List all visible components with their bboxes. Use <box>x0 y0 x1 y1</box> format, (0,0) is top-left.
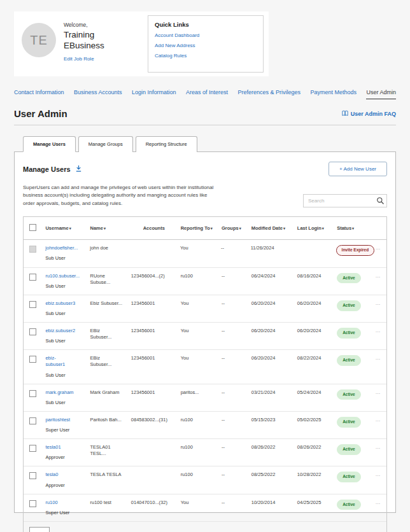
nav-user-admin[interactable]: User Admin <box>366 89 396 99</box>
status-badge: Active <box>337 444 361 455</box>
book-icon <box>342 110 348 118</box>
user-admin-faq-link[interactable]: User Admin FAQ <box>342 110 396 118</box>
row-actions-button[interactable]: … <box>376 417 386 424</box>
manage-users-heading: Manage Users <box>23 165 71 173</box>
account-name-line2: EBusiness <box>64 41 104 52</box>
row-checkbox[interactable] <box>29 301 36 308</box>
row-checkbox[interactable] <box>29 472 36 479</box>
account-name-line1: Training <box>64 30 104 41</box>
download-users-icon[interactable] <box>75 165 82 174</box>
header-status[interactable]: Status▾ <box>337 225 375 232</box>
row-checkbox[interactable] <box>29 356 36 363</box>
last-login-cell: 06/20/2024 <box>297 300 337 307</box>
username-link[interactable]: ru100.subuser... <box>45 273 86 279</box>
accounts-cell: 123456001 <box>131 355 181 361</box>
reporting-to-cell: ru100 <box>181 273 222 279</box>
row-checkbox[interactable] <box>29 328 36 335</box>
header-last-login[interactable]: Last Login▾ <box>297 225 337 232</box>
row-actions-button[interactable]: … <box>376 245 386 252</box>
header-name[interactable]: Name▾ <box>90 225 131 232</box>
user-role-label: Super User <box>45 427 86 433</box>
name-cell: TESLA01 TESL... <box>90 444 131 457</box>
reporting-to-cell: You <box>181 500 222 506</box>
nav-areas-of-interest[interactable]: Areas of Interest <box>186 89 228 99</box>
row-actions-button[interactable]: … <box>376 444 386 451</box>
row-checkbox[interactable] <box>29 390 36 397</box>
row-actions-button[interactable]: … <box>376 472 386 479</box>
table-footer: 10▼ 10 of 10 entries <box>24 522 386 532</box>
row-actions-button[interactable]: … <box>376 389 386 396</box>
nav-payment-methods[interactable]: Payment Methods <box>310 89 357 99</box>
last-login-cell: 05/24/2024 <box>297 389 337 396</box>
user-role-label: Sub User <box>45 255 86 262</box>
tab-manage-users[interactable]: Manage Users <box>23 136 76 152</box>
modified-date-cell: 06/20/2024 <box>251 355 297 361</box>
modified-date-cell: 06/24/2024 <box>251 273 297 279</box>
reporting-to-cell: paritos... <box>181 389 222 396</box>
row-checkbox[interactable] <box>29 445 36 452</box>
status-badge: Invite Expired <box>336 245 375 256</box>
reporting-to-cell: ru100 <box>181 444 222 451</box>
nav-preferences-privileges[interactable]: Preferences & Privileges <box>237 89 300 99</box>
name-cell: RUone Subuse... <box>90 273 131 286</box>
last-login-cell: 08/16/2024 <box>297 273 337 279</box>
username-link[interactable]: ebiz.subuser2 <box>45 328 86 334</box>
username-link[interactable]: tesla0 <box>45 472 86 478</box>
users-table: Username▾ Name▾ Accounts Reporting To▾ G… <box>23 216 387 532</box>
row-actions-button[interactable]: … <box>376 273 386 280</box>
row-actions-button[interactable]: … <box>376 500 386 507</box>
groups-cell: -- <box>222 417 251 423</box>
row-checkbox[interactable] <box>29 246 36 253</box>
edit-job-role-link[interactable]: Edit Job Role <box>64 56 94 62</box>
nav-business-accounts[interactable]: Business Accounts <box>74 89 122 99</box>
row-checkbox[interactable] <box>29 417 36 424</box>
page-size-select[interactable]: 10▼ <box>29 527 50 532</box>
reporting-to-cell: You <box>181 355 222 361</box>
tab-reporting-structure[interactable]: Reporting Structure <box>136 136 197 152</box>
table-row: ebiz.subuser2 Sub User EBiz Subuser... 1… <box>24 323 386 350</box>
header-username[interactable]: Username▾ <box>45 225 90 232</box>
accounts-cell: 014047010...(32) <box>131 500 181 506</box>
groups-cell: -- <box>222 500 251 506</box>
username-link[interactable]: johndoefisher... <box>45 245 86 251</box>
nav-contact-information[interactable]: Contact Information <box>14 89 64 99</box>
quick-link-catalog-rules[interactable]: Catalog Rules <box>155 53 257 59</box>
username-link[interactable]: tesla01 <box>45 444 86 451</box>
status-badge: Active <box>337 355 361 366</box>
search-icon[interactable] <box>376 196 385 207</box>
username-link[interactable]: paritoshtest <box>45 417 86 423</box>
table-row: ru100.subuser... Sub User RUone Subuse..… <box>24 268 386 295</box>
modified-date-cell: 08/25/2022 <box>251 472 297 478</box>
header-reporting-to[interactable]: Reporting To▾ <box>181 225 222 232</box>
header-groups[interactable]: Groups▾ <box>222 225 251 232</box>
header-modified-date[interactable]: Modified Date▾ <box>251 225 297 232</box>
groups-cell: -- <box>221 245 251 251</box>
page-title: User Admin <box>14 108 67 119</box>
last-login-cell: 08/22/2024 <box>297 355 337 361</box>
sort-arrow-icon: ▾ <box>322 227 324 230</box>
last-login-cell: 06/20/2024 <box>297 328 337 334</box>
select-all-checkbox[interactable] <box>29 224 36 231</box>
nav-login-information[interactable]: Login Information <box>132 89 176 99</box>
username-link[interactable]: ebiz- subuser1 <box>45 355 86 368</box>
row-actions-button[interactable]: … <box>376 300 386 307</box>
row-actions-button[interactable]: … <box>376 328 386 335</box>
row-actions-button[interactable]: … <box>376 355 386 362</box>
tab-manage-groups[interactable]: Manage Groups <box>78 136 133 152</box>
accounts-cell: 123456001 <box>131 328 181 334</box>
last-login-cell: 05/02/2025 <box>297 417 337 423</box>
quick-link-account-dashboard[interactable]: Account Dashboard <box>155 32 257 38</box>
sort-arrow-icon: ▾ <box>104 227 106 230</box>
groups-cell: -- <box>222 300 251 307</box>
username-link[interactable]: mark.graham <box>45 389 86 396</box>
add-new-user-button[interactable]: + Add New User <box>329 162 387 176</box>
row-checkbox[interactable] <box>29 274 36 281</box>
username-link[interactable]: ru100 <box>45 500 86 506</box>
groups-cell: -- <box>222 472 251 478</box>
username-link[interactable]: ebiz.subuser3 <box>45 300 86 307</box>
quick-links-box: Quick Links Account Dashboard Add New Ad… <box>148 15 264 73</box>
quick-link-add-new-address[interactable]: Add New Address <box>155 43 257 48</box>
groups-cell: -- <box>222 328 251 334</box>
row-checkbox[interactable] <box>29 500 36 507</box>
search-input[interactable] <box>303 194 387 207</box>
